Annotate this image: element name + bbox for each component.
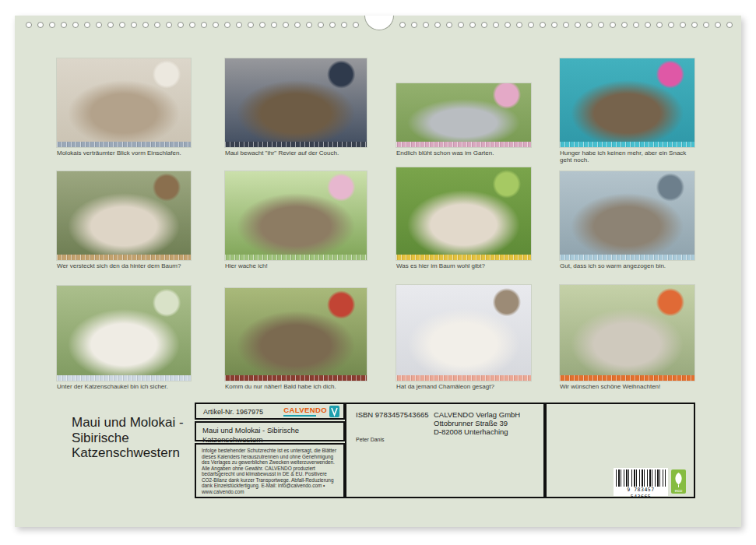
binding-hole xyxy=(469,22,476,28)
binding-hole xyxy=(645,22,651,28)
eco-leaf-icon: eco xyxy=(671,469,686,494)
thumbnail-cell: Wir wünschen schöne Weihnachten! xyxy=(560,285,694,390)
binding-hole xyxy=(154,22,160,28)
binding-hole xyxy=(668,22,674,28)
mini-calendar-strip xyxy=(560,255,694,260)
binding-hole xyxy=(505,22,511,28)
binding-hole xyxy=(201,22,207,28)
photo-caption: Wir wünschen schöne Weihnachten! xyxy=(560,383,694,390)
binding-hole xyxy=(680,22,686,28)
binding-hole xyxy=(259,22,265,28)
calvendo-logo-icon xyxy=(329,406,339,417)
binding-hole xyxy=(61,22,67,28)
mini-calendar-strip xyxy=(57,142,191,147)
cat-photo xyxy=(225,171,367,260)
binding-hole xyxy=(49,22,55,28)
binding-hole xyxy=(166,22,172,28)
photo-caption: Maui bewacht "ihr" Revier auf der Couch. xyxy=(225,149,367,156)
ean-barcode: 9 783457 543665 xyxy=(614,468,668,496)
thumbnail-cell: Wer versteckt sich den da hinter dem Bau… xyxy=(57,171,191,269)
photo-caption: Was es hier im Baum wohl gibt? xyxy=(396,262,531,269)
binding-hole xyxy=(84,22,90,28)
barcode-digits: 9 783457 543665 xyxy=(616,487,666,501)
binding-hole xyxy=(563,22,569,28)
photo-caption: Molokais verträumter Blick vorm Einschla… xyxy=(57,149,191,156)
cat-photo xyxy=(57,58,191,147)
binding-hole xyxy=(283,22,289,28)
binding-hole xyxy=(96,22,102,28)
mini-calendar-strip xyxy=(225,375,367,381)
cat-photo xyxy=(396,285,531,381)
photo-caption: Gut, dass ich so warm angezogen bin. xyxy=(560,262,694,269)
binding-hole xyxy=(528,22,534,28)
publisher-address: CALVENDO Verlag GmbH Ottobrunner Straße … xyxy=(434,410,520,436)
binding-hole xyxy=(329,22,336,28)
binding-hole xyxy=(598,22,604,28)
photo-caption: Komm du nur näher! Bald habe ich dich. xyxy=(225,383,367,390)
mini-calendar-strip xyxy=(225,142,367,147)
thumbnail-cell: Gut, dass ich so warm angezogen bin. xyxy=(560,171,694,269)
cat-photo xyxy=(225,58,367,147)
cat-photo xyxy=(57,286,191,381)
mini-calendar-strip xyxy=(57,255,191,260)
cat-photo xyxy=(560,171,694,260)
isbn-text: ISBN 9783457543665 xyxy=(356,410,429,419)
thumbnail-cell: Unter der Katzenschaukel bin ich sicher. xyxy=(57,286,191,390)
mini-calendar-strip xyxy=(57,375,191,381)
svg-text:eco: eco xyxy=(675,488,683,493)
binding-hole xyxy=(458,22,464,28)
binding-hole xyxy=(37,22,44,28)
eco-label: eco xyxy=(671,469,686,497)
legal-box: Infolge bestehender Schutzrechte ist es … xyxy=(195,443,345,498)
legal-text: Infolge bestehender Schutzrechte ist es … xyxy=(196,445,343,498)
thumbnail-cell: Hat da jemand Chamäleon gesagt? xyxy=(396,285,531,390)
photo-caption: Hunger habe ich keinen mehr, aber ein Sn… xyxy=(560,149,694,164)
binding-hole xyxy=(726,22,733,28)
binding-hole xyxy=(178,22,184,28)
binding-hole xyxy=(411,22,417,28)
binding-hole xyxy=(294,22,301,28)
binding-hole xyxy=(224,22,230,28)
thumbnail-cell: Molokais verträumter Blick vorm Einschla… xyxy=(57,58,191,156)
photo-caption: Endlich blüht schon was im Garten. xyxy=(396,149,531,156)
mini-calendar-strip xyxy=(560,142,694,147)
binding-hole xyxy=(353,22,359,28)
binding-hole xyxy=(540,22,546,28)
binding-hole xyxy=(715,22,721,28)
binding-hole xyxy=(493,22,499,28)
photo-caption: Hier wache ich! xyxy=(225,262,367,269)
binding-hole xyxy=(26,22,32,28)
artikel-nr: Artikel-Nr. 1967975 xyxy=(203,408,263,416)
binding-hole xyxy=(633,22,639,28)
binding-hole xyxy=(399,22,406,28)
thumbnail-cell: Hier wache ich! xyxy=(225,171,367,269)
mini-calendar-strip xyxy=(225,255,367,260)
binding-hole xyxy=(691,22,698,28)
cat-photo xyxy=(57,171,191,260)
thumbnail-cell: Maui bewacht "ihr" Revier auf der Couch. xyxy=(225,58,367,156)
binding-hole xyxy=(551,22,557,28)
photo-caption: Hat da jemand Chamäleon gesagt? xyxy=(396,383,531,390)
binding-hole xyxy=(434,22,441,28)
calvendo-tagline-bar xyxy=(283,415,316,417)
title-box: Maui und Molokai - Sibirische Katzenschw… xyxy=(195,421,345,441)
thumbnail-cell: Was es hier im Baum wohl gibt? xyxy=(396,167,531,269)
binding-hole xyxy=(318,22,324,28)
binding-hole xyxy=(446,22,452,28)
binding-hole xyxy=(142,22,149,28)
binding-hole xyxy=(72,22,79,28)
binding-hole xyxy=(341,22,347,28)
mini-calendar-strip xyxy=(396,375,531,381)
binding-hole xyxy=(189,22,195,28)
calendar-sheet: Molokais verträumter Blick vorm Einschla… xyxy=(15,16,741,527)
binding-hole xyxy=(213,22,219,28)
binding-hole xyxy=(423,22,429,28)
binding-hole xyxy=(131,22,137,28)
binding-hole xyxy=(610,22,616,28)
binding-hole xyxy=(119,22,125,28)
artikel-box: Artikel-Nr. 1967975 CALVENDO xyxy=(195,403,345,420)
binding-hole xyxy=(703,22,709,28)
binding-hole xyxy=(481,22,487,28)
binding-hole xyxy=(621,22,628,28)
photo-caption: Wer versteckt sich den da hinter dem Bau… xyxy=(57,262,191,269)
